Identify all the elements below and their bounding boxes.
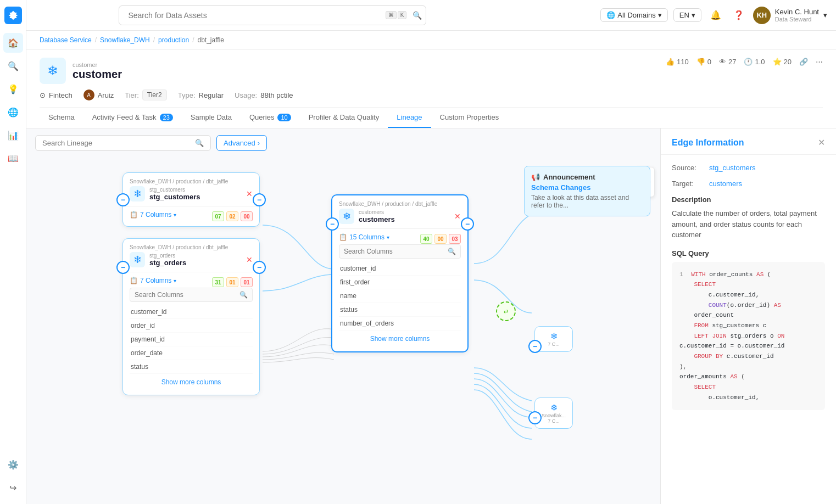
- col-cust-first-order[interactable]: first_order: [339, 276, 461, 289]
- col-status[interactable]: status: [130, 360, 253, 374]
- col-cust-name[interactable]: name: [339, 289, 461, 303]
- search-shortcut: ⌘ K: [386, 11, 407, 19]
- right-node-1-left-handle[interactable]: −: [528, 340, 542, 353]
- customers-badges: 40 00 03: [420, 234, 461, 244]
- customers-col-count[interactable]: 📋 15 Columns ▾: [339, 233, 389, 241]
- col-order-date[interactable]: order_date: [130, 346, 253, 360]
- sep3: /: [192, 36, 194, 44]
- col-order-id[interactable]: order_id: [130, 319, 253, 333]
- node-stg-orders-info: stg_orders stg_orders: [149, 253, 242, 267]
- node-stg-orders-title-row: ❄ stg_orders stg_orders ✕: [130, 252, 253, 267]
- lineage-toolbar: 🔍 Advanced ›: [26, 128, 660, 158]
- sidebar-item-globe[interactable]: 🌐: [3, 102, 23, 122]
- snowflake-right-2: ❄: [550, 402, 558, 413]
- col-cust-number-of-orders[interactable]: number_of_orders: [339, 317, 461, 331]
- version-num: 1.0: [755, 58, 765, 66]
- share-action[interactable]: 🔗: [799, 58, 808, 66]
- col-chevron-customers: ▾: [387, 234, 389, 240]
- version-action[interactable]: 🕐 1.0: [744, 58, 765, 66]
- col-cust-customer-id[interactable]: customer_id: [339, 262, 461, 276]
- delete-customers-icon[interactable]: ✕: [454, 212, 461, 221]
- stg-orders-col-count[interactable]: 📋 7 Columns ▾: [130, 277, 176, 284]
- delete-stg-orders-icon[interactable]: ✕: [246, 255, 253, 264]
- advanced-button[interactable]: Advanced ›: [216, 135, 267, 151]
- stg-customers-left-handle[interactable]: −: [116, 193, 130, 206]
- sidebar-item-logout[interactable]: ↪: [3, 478, 23, 497]
- col-payment-id[interactable]: payment_id: [130, 333, 253, 346]
- announcement-text: Take a look at this data asset and refer…: [531, 194, 643, 209]
- tab-custom[interactable]: Custom Properties: [431, 108, 508, 128]
- breadcrumb-db[interactable]: Database Service: [40, 36, 92, 44]
- notifications-button[interactable]: 🔔: [707, 7, 724, 24]
- stars-action[interactable]: ⭐ 20: [773, 58, 792, 66]
- edge-source-value[interactable]: stg_customers: [709, 164, 756, 172]
- stg-orders-show-more[interactable]: Show more columns: [130, 374, 253, 390]
- dislikes-action[interactable]: 👎 0: [696, 58, 711, 66]
- tab-sample[interactable]: Sample Data: [182, 108, 241, 128]
- announcement-link[interactable]: Schema Changes: [531, 183, 643, 192]
- node-stg-customers: Snowflake_DWH / production / dbt_jaffle …: [122, 172, 260, 227]
- customers-col-row: 📋 15 Columns ▾ 40 00 03: [339, 233, 461, 244]
- badge-orange-orders: 01: [226, 277, 238, 287]
- user-info[interactable]: KH Kevin C. Hunt Data Steward ▾: [753, 7, 827, 24]
- likes-action[interactable]: 👍 110: [666, 58, 689, 66]
- breadcrumb-dwh[interactable]: Snowflake_DWH: [100, 36, 150, 44]
- edge-source-row: Source: stg_customers: [672, 164, 825, 172]
- search-lineage-icon[interactable]: 🔍: [195, 139, 204, 147]
- search-columns-icon[interactable]: 🔍: [239, 291, 248, 299]
- tab-activity[interactable]: Activity Feed & Task 23: [83, 108, 182, 128]
- sidebar-item-search[interactable]: 🔍: [3, 56, 23, 76]
- sql-line-3: c.customer_id,: [679, 290, 817, 300]
- breadcrumb-production[interactable]: production: [158, 36, 189, 44]
- lang-selector[interactable]: EN ▾: [673, 8, 701, 22]
- right-node-2-left-handle[interactable]: −: [528, 411, 542, 424]
- sidebar-item-home[interactable]: 🏠: [3, 33, 23, 53]
- logo[interactable]: [4, 7, 22, 24]
- sidebar-item-layers[interactable]: 📊: [3, 125, 23, 145]
- tab-activity-label: Activity Feed & Task: [92, 113, 157, 121]
- tier-meta: Tier: Tier2: [125, 89, 166, 100]
- col-customer-id[interactable]: customer_id: [130, 305, 253, 319]
- tab-lineage[interactable]: Lineage: [388, 108, 431, 128]
- search-lineage: 🔍: [35, 135, 211, 151]
- watches-action[interactable]: 👁 27: [719, 58, 736, 66]
- stg-customers-right-handle[interactable]: −: [253, 193, 266, 206]
- sidebar-item-settings[interactable]: ⚙️: [3, 455, 23, 474]
- search-input[interactable]: [119, 5, 426, 25]
- node-customers-path: Snowflake_DWH / production / dbt_jaffle: [339, 201, 461, 207]
- stg-orders-left-handle[interactable]: −: [116, 261, 130, 274]
- delete-stg-customers-icon[interactable]: ✕: [246, 189, 253, 198]
- close-edge-panel-button[interactable]: ✕: [818, 137, 825, 148]
- more-action[interactable]: ⋯: [816, 58, 823, 66]
- entity-subtitle: customer: [73, 61, 122, 68]
- stg-customers-col-row: 📋 7 Columns ▾ 07 02 00: [130, 211, 253, 222]
- col-chevron-orders: ▾: [174, 278, 176, 284]
- stg-customers-col-count[interactable]: 📋 7 Columns ▾: [130, 211, 176, 219]
- domain-meta: ⊙ Fintech: [40, 91, 73, 99]
- customers-left-handle[interactable]: −: [326, 217, 339, 231]
- tab-schema[interactable]: Schema: [40, 108, 83, 128]
- sql-line-4: COUNT(o.order_id) AS: [679, 300, 817, 311]
- customers-show-more[interactable]: Show more columns: [339, 331, 461, 347]
- tab-profiler[interactable]: Profiler & Data Quality: [300, 108, 388, 128]
- entity-actions: 👍 110 👎 0 👁 27 🕐 1.0: [666, 58, 823, 66]
- stg-orders-right-handle[interactable]: −: [253, 261, 266, 274]
- col-cust-status[interactable]: status: [339, 303, 461, 317]
- domain-selector[interactable]: 🌐 All Domains ▾: [600, 8, 667, 22]
- sidebar-item-discover[interactable]: 💡: [3, 79, 23, 99]
- search-submit-icon[interactable]: 🔍: [413, 11, 422, 20]
- tab-queries-label: Queries: [249, 113, 275, 121]
- edge-target-value[interactable]: customers: [709, 180, 742, 188]
- help-button[interactable]: ❓: [730, 7, 748, 24]
- customers-search-input[interactable]: [344, 248, 444, 255]
- customers-right-handle[interactable]: −: [461, 217, 474, 231]
- search-bar: ⌘ K 🔍: [119, 5, 426, 25]
- announcement-title: 📢 Announcement: [531, 173, 643, 181]
- sidebar-item-book[interactable]: 📖: [3, 148, 23, 168]
- node-customers-header: Snowflake_DWH / production / dbt_jaffle …: [332, 195, 467, 229]
- tab-queries[interactable]: Queries 10: [241, 108, 300, 128]
- search-customers-icon[interactable]: 🔍: [448, 248, 456, 255]
- search-lineage-input[interactable]: [42, 139, 192, 147]
- stg-orders-search-input[interactable]: [135, 291, 236, 299]
- dashed-green-node[interactable]: ⇄: [496, 301, 516, 321]
